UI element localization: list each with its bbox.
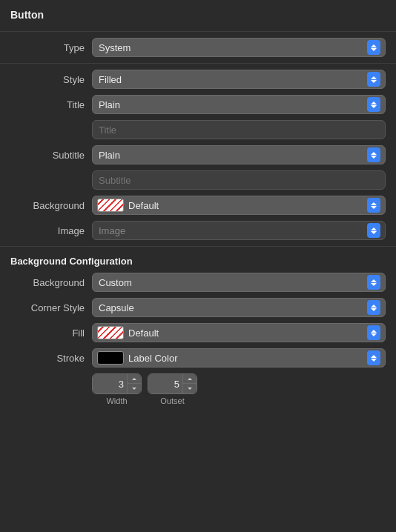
style-select[interactable]: Filled (92, 70, 386, 89)
panel-title: Button (0, 9, 396, 28)
arrow-up-icon (371, 227, 377, 230)
arrow-down-icon (371, 156, 377, 159)
title-input[interactable] (92, 120, 386, 139)
background-stepper-icon (367, 198, 380, 213)
background-select[interactable]: Default (92, 196, 386, 215)
arrow-up-icon (371, 305, 377, 307)
image-control: Image (92, 221, 386, 240)
title-label: Title (10, 99, 92, 110)
style-label: Style (10, 74, 92, 85)
style-row: Style Filled (0, 67, 396, 92)
image-row: Image Image (0, 218, 396, 243)
bg2-value: Custom (99, 277, 132, 288)
image-select[interactable]: Image (92, 221, 386, 240)
title-select[interactable]: Plain (92, 95, 386, 114)
arrow-down-icon (371, 80, 377, 83)
fill-row: Fill Default (0, 320, 396, 345)
bg-config-header: Background Configuration (0, 250, 396, 270)
arrow-down-icon (371, 48, 377, 51)
fill-select[interactable]: Default (92, 323, 386, 342)
width-stepper[interactable]: 3 (92, 373, 142, 394)
style-value: Filled (99, 74, 122, 85)
stroke-row: Stroke Label Color (0, 345, 396, 370)
steppers-row: 3 Width 5 (0, 370, 396, 408)
type-control: System (92, 38, 386, 57)
outset-stepper-wrapper: 5 Outset (148, 373, 197, 405)
width-decrement-button[interactable] (128, 384, 141, 393)
increment-icon (188, 378, 192, 380)
outset-stepper[interactable]: 5 (148, 373, 197, 394)
outset-value: 5 (148, 374, 182, 393)
stroke-swatch (97, 351, 124, 365)
outset-increment-button[interactable] (183, 374, 197, 384)
fill-control: Default (92, 323, 386, 342)
width-stepper-btns (127, 374, 141, 393)
type-select[interactable]: System (92, 38, 386, 57)
divider-top (0, 31, 396, 32)
bg2-stepper-icon (367, 275, 380, 290)
arrow-down-icon (371, 359, 377, 362)
arrow-up-icon (371, 202, 377, 205)
corner-stepper-icon (367, 300, 380, 315)
panel: Button Type System Style Filled (0, 0, 396, 420)
increment-icon (132, 378, 136, 380)
style-control: Filled (92, 70, 386, 89)
fill-stepper-icon (367, 325, 380, 340)
type-row: Type System (0, 35, 396, 60)
type-value: System (99, 42, 131, 53)
outset-decrement-button[interactable] (183, 384, 197, 393)
outset-stepper-btns (182, 374, 197, 393)
bg2-select[interactable]: Custom (92, 273, 386, 292)
title-input-row (0, 117, 396, 142)
subtitle-label: Subtitle (10, 150, 92, 161)
corner-row: Corner Style Capsule (0, 295, 396, 320)
divider-1 (0, 63, 396, 64)
arrow-down-icon (371, 333, 377, 336)
subtitle-select[interactable]: Plain (92, 145, 386, 164)
stroke-control: Label Color (92, 348, 386, 368)
fill-value: Default (128, 327, 363, 339)
arrow-down-icon (371, 206, 377, 209)
subtitle-stepper-icon (367, 147, 380, 162)
arrow-up-icon (371, 44, 377, 47)
fill-swatch (97, 326, 124, 339)
width-stepper-wrapper: 3 Width (92, 373, 142, 405)
stroke-stepper-icon (367, 350, 380, 365)
decrement-icon (132, 388, 136, 390)
title-select-row: Title Plain (0, 92, 396, 117)
arrow-up-icon (371, 330, 377, 333)
image-stepper-icon (367, 223, 380, 238)
corner-select[interactable]: Capsule (92, 298, 386, 317)
stroke-label: Stroke (10, 353, 92, 364)
background-value: Default (128, 200, 363, 211)
stroke-select[interactable]: Label Color (92, 348, 386, 368)
fill-label: Fill (10, 327, 92, 339)
arrow-up-icon (371, 279, 377, 282)
type-stepper-icon (367, 40, 380, 55)
image-placeholder: Image (99, 225, 125, 236)
bg2-control: Custom (92, 273, 386, 292)
background-label: Background (10, 200, 92, 211)
image-label: Image (10, 225, 92, 236)
subtitle-input[interactable] (92, 170, 386, 190)
background-row: Background Default (0, 193, 396, 218)
arrow-up-icon (371, 102, 377, 104)
arrow-up-icon (371, 355, 377, 358)
title-stepper-icon (367, 97, 380, 112)
title-value: Plain (99, 99, 120, 110)
arrow-up-icon (371, 76, 377, 79)
subtitle-input-control (92, 170, 386, 190)
arrow-down-icon (371, 105, 377, 108)
divider-2 (0, 246, 396, 247)
width-increment-button[interactable] (128, 374, 141, 384)
arrow-up-icon (371, 152, 377, 155)
corner-value: Capsule (99, 302, 134, 313)
subtitle-value: Plain (99, 150, 120, 161)
type-label: Type (10, 42, 92, 53)
title-control: Plain (92, 95, 386, 114)
arrow-down-icon (371, 283, 377, 286)
arrow-down-icon (371, 308, 377, 311)
outset-label: Outset (160, 396, 184, 405)
title-input-control (92, 120, 386, 139)
subtitle-control: Plain (92, 145, 386, 164)
